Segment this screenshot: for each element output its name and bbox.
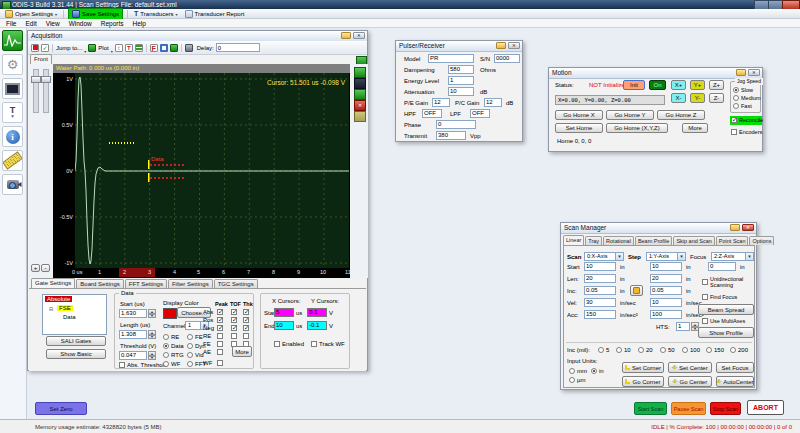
pause-scan-button[interactable]: Pause Scan	[671, 402, 706, 415]
step-vel-input[interactable]: 10	[650, 298, 682, 307]
tree-expander-icon[interactable]: ⊟	[49, 306, 53, 312]
dampening-input[interactable]: 580	[448, 65, 474, 74]
close-icon[interactable]	[508, 42, 520, 49]
re-peak-checkbox[interactable]	[217, 333, 223, 339]
stop-acquire-icon[interactable]	[31, 44, 39, 52]
menu-window[interactable]: Window	[69, 20, 92, 27]
set-focus-button[interactable]: Set Focus	[716, 362, 754, 373]
find-focus-checkbox[interactable]	[702, 294, 708, 300]
lpf-input[interactable]: OFF	[470, 109, 490, 118]
trigger-icon[interactable]: T	[125, 44, 133, 52]
pc-gain-input[interactable]: 12	[484, 98, 502, 107]
waveform-plot-area[interactable]: Data Cursor: 51.501 us -0.098 V	[75, 73, 349, 268]
layers-icon[interactable]	[135, 44, 143, 52]
encoders-checkbox[interactable]	[731, 129, 737, 135]
show-basic-button[interactable]: Show Basic	[46, 349, 106, 359]
scan-axis-select[interactable]: 0:X-Axis	[584, 252, 624, 261]
length-input[interactable]: 1.308	[119, 330, 147, 339]
plot-dropdown[interactable]: Plot	[98, 45, 108, 51]
zoom-window-icon[interactable]	[160, 44, 168, 52]
ruler-icon[interactable]	[2, 150, 23, 171]
set-corner-button[interactable]: Set Corner	[622, 362, 664, 373]
menu-help[interactable]: Help	[133, 20, 146, 27]
tab-board-settings[interactable]: Board Settings	[76, 279, 123, 288]
start-scan-button[interactable]: Start Scan	[634, 402, 667, 415]
close-icon[interactable]	[742, 224, 754, 231]
jog-y-plus-button[interactable]: Y+	[690, 80, 705, 90]
transducer-report-button[interactable]: Transducer Report	[183, 10, 247, 18]
scan-inc-input[interactable]: 0.05	[584, 286, 616, 295]
unit-in-radio[interactable]	[591, 368, 597, 374]
go-home-z-button[interactable]: Go Home Z	[657, 110, 705, 120]
fe-radio[interactable]	[187, 334, 193, 340]
step-axis-select[interactable]: 1:Y-Axis	[646, 252, 686, 261]
re-tof-checkbox[interactable]	[231, 333, 237, 339]
track-wf-checkbox[interactable]	[311, 341, 317, 347]
refresh-icon[interactable]	[88, 44, 96, 52]
neg-peak-checkbox[interactable]	[217, 325, 223, 331]
save-settings-button[interactable]: Save Settings	[68, 8, 123, 20]
menu-edit[interactable]: Edit	[25, 20, 36, 27]
attenuation-input[interactable]: 10	[448, 87, 474, 96]
inc-mil-5-radio[interactable]	[598, 347, 604, 353]
tab-linear[interactable]: Linear	[563, 235, 584, 245]
cursors-enabled-checkbox[interactable]	[274, 341, 280, 347]
abort-button[interactable]: ABORT	[747, 400, 784, 415]
grid-icon[interactable]	[170, 44, 178, 52]
tab-tray[interactable]: Tray	[585, 236, 602, 245]
help-icon[interactable]	[730, 224, 740, 231]
unit-mm-radio[interactable]	[569, 368, 575, 374]
jog-y-minus-button[interactable]: Y-	[690, 93, 705, 103]
go-corner-button[interactable]: Go Corner	[622, 376, 664, 387]
tab-fft-settings[interactable]: FFT Settings	[125, 279, 167, 288]
go-home-xyz-button[interactable]: Go Home (X,Y,Z)	[606, 123, 668, 133]
tab-tgc-settings[interactable]: TGC Settings	[214, 279, 258, 288]
annotate-icon[interactable]	[354, 78, 366, 89]
go-home-x-button[interactable]: Go Home X	[555, 110, 603, 120]
inc-mil-50-radio[interactable]	[660, 347, 666, 353]
show-profile-button[interactable]: Show Profile	[698, 327, 754, 338]
transducer-icon[interactable]: T ▼	[2, 102, 23, 123]
init-button[interactable]: Init	[623, 80, 645, 90]
delay-input[interactable]: 0	[216, 43, 260, 52]
tree-item-fse[interactable]: FSE	[57, 305, 73, 311]
hts-input[interactable]: 1	[676, 322, 690, 331]
step-start-input[interactable]: 10	[650, 262, 682, 271]
inc-mil-20-radio[interactable]	[638, 347, 644, 353]
scan-acc-input[interactable]: 150	[584, 310, 616, 319]
pos-peak-checkbox[interactable]	[217, 317, 223, 323]
model-input[interactable]: PR	[428, 54, 474, 63]
energy-input[interactable]: 1	[448, 76, 474, 85]
measure-icon[interactable]	[354, 111, 366, 122]
auto-center-button[interactable]: +AutoCenter	[716, 376, 754, 387]
cursor-end-y-input[interactable]: -0.1	[307, 321, 327, 330]
cursor-start-x-input[interactable]: 5	[274, 308, 294, 317]
scan-vel-input[interactable]: 30	[584, 298, 616, 307]
inc-mil-150-radio[interactable]	[706, 347, 712, 353]
step-len-input[interactable]: 20	[650, 274, 682, 283]
more-button[interactable]: More	[682, 123, 708, 133]
help-icon[interactable]	[341, 32, 351, 39]
re-thk-checkbox[interactable]	[243, 333, 249, 339]
close-icon[interactable]	[748, 69, 760, 76]
menu-reports[interactable]: Reports	[101, 20, 124, 27]
set-center-button[interactable]: +Set Center	[668, 362, 712, 373]
set-zero-button[interactable]: Set Zero	[35, 402, 87, 415]
gear-icon[interactable]: ⚙	[2, 54, 23, 75]
cursor-start-y-input[interactable]: 0.1	[307, 308, 327, 317]
unidirectional-checkbox[interactable]	[702, 279, 708, 285]
wf-peak-checkbox[interactable]	[217, 360, 223, 366]
tab-point-scan[interactable]: Point Scan	[716, 236, 749, 245]
close-icon[interactable]	[353, 32, 365, 39]
menu-view[interactable]: View	[46, 20, 60, 27]
threshold-spinner[interactable]	[148, 351, 156, 360]
zoom-out-button[interactable]: -	[41, 264, 50, 272]
jog-z-minus-button[interactable]: Z-	[709, 93, 724, 103]
length-spinner[interactable]	[148, 330, 156, 339]
set-home-button[interactable]: Set Home	[555, 123, 603, 133]
vertical-scale-icon[interactable]: ↕	[115, 44, 123, 52]
hpf-input[interactable]: OFF	[422, 109, 442, 118]
scan-len-input[interactable]: 20	[584, 274, 616, 283]
rtg-radio[interactable]	[163, 352, 169, 358]
waveform-icon[interactable]	[2, 30, 23, 51]
